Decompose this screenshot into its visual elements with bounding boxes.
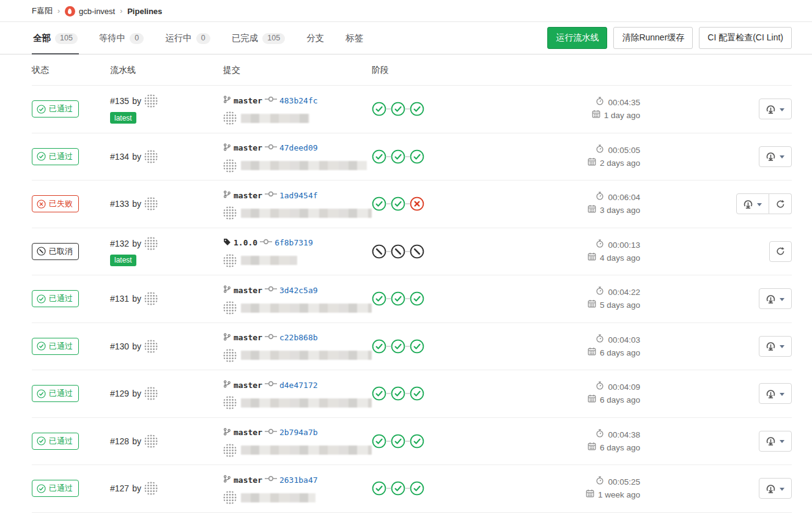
stage-passed-icon[interactable]	[372, 196, 386, 211]
breadcrumb-group-link[interactable]: F嘉阳	[32, 6, 53, 17]
stage-passed-icon[interactable]	[391, 102, 405, 116]
status-badge[interactable]: 已通过	[32, 480, 79, 497]
stage-passed-icon[interactable]	[372, 102, 386, 116]
stage-passed-icon[interactable]	[410, 434, 424, 449]
user-avatar[interactable]	[144, 387, 158, 400]
commit-sha-link[interactable]: d4e47172	[279, 381, 318, 390]
table-header-row: 状态 流水线 提交 阶段	[32, 54, 792, 86]
artifacts-download-button[interactable]	[759, 336, 792, 357]
artifacts-download-button[interactable]	[759, 478, 792, 499]
commit-sha-link[interactable]: 2b794a7b	[279, 428, 318, 437]
user-avatar[interactable]	[144, 434, 158, 448]
stage-canceled-icon[interactable]	[391, 244, 405, 259]
artifacts-download-button[interactable]	[736, 193, 769, 214]
stage-passed-icon[interactable]	[391, 386, 405, 401]
tag-icon	[223, 237, 231, 248]
artifacts-download-button[interactable]	[759, 288, 792, 309]
status-badge[interactable]: 已通过	[32, 148, 79, 165]
committer-avatar[interactable]	[223, 349, 237, 362]
user-avatar[interactable]	[144, 150, 158, 163]
stage-passed-icon[interactable]	[410, 291, 424, 306]
committer-avatar[interactable]	[223, 491, 237, 504]
stage-passed-icon[interactable]	[372, 339, 386, 354]
stage-failed-icon[interactable]	[410, 196, 424, 211]
artifacts-download-button[interactable]	[759, 383, 792, 404]
branch-ref-link[interactable]: master	[234, 96, 262, 105]
stage-passed-icon[interactable]	[372, 386, 386, 401]
pipeline-id: #133	[110, 199, 129, 209]
status-badge[interactable]: 已通过	[32, 433, 79, 450]
stage-passed-icon[interactable]	[391, 434, 405, 449]
committer-avatar[interactable]	[223, 444, 237, 457]
project-avatar-icon	[65, 6, 75, 17]
branch-ref-link[interactable]: master	[234, 191, 262, 200]
commit-sha-link[interactable]: 3d42c5a9	[279, 286, 318, 295]
tab-pending[interactable]: 等待中0	[98, 22, 145, 54]
commit-sha-link[interactable]: 2631ba47	[279, 475, 318, 485]
stage-passed-icon[interactable]	[410, 386, 424, 401]
stage-passed-icon[interactable]	[391, 339, 405, 354]
stage-passed-icon[interactable]	[410, 339, 424, 354]
user-avatar[interactable]	[144, 197, 158, 211]
branch-ref-link[interactable]: master	[234, 143, 262, 152]
stage-passed-icon[interactable]	[410, 481, 424, 496]
committer-avatar[interactable]	[223, 396, 237, 409]
stage-passed-icon[interactable]	[372, 481, 386, 496]
status-badge[interactable]: 已取消	[32, 243, 79, 260]
user-avatar[interactable]	[144, 94, 158, 108]
retry-pipeline-button[interactable]	[769, 241, 792, 262]
stage-passed-icon[interactable]	[391, 149, 405, 164]
retry-pipeline-button[interactable]	[769, 193, 792, 214]
committer-avatar[interactable]	[223, 111, 237, 125]
branch-ref-link[interactable]: master	[234, 428, 262, 437]
status-badge[interactable]: 已失败	[32, 195, 79, 212]
stage-passed-icon[interactable]	[410, 102, 424, 116]
commit-sha-link[interactable]: 483b24fc	[279, 96, 318, 105]
stage-canceled-icon[interactable]	[372, 244, 386, 259]
stage-passed-icon[interactable]	[372, 149, 386, 164]
stage-canceled-icon[interactable]	[410, 244, 424, 259]
user-avatar[interactable]	[144, 340, 158, 353]
committer-avatar[interactable]	[223, 301, 237, 315]
committer-avatar[interactable]	[223, 254, 237, 267]
user-avatar[interactable]	[144, 482, 158, 495]
committer-avatar[interactable]	[223, 206, 237, 220]
committer-avatar[interactable]	[223, 159, 237, 173]
artifacts-download-button[interactable]	[759, 431, 792, 452]
branch-ref-link[interactable]: master	[234, 475, 262, 485]
stage-passed-icon[interactable]	[372, 291, 386, 306]
stage-passed-icon[interactable]	[391, 196, 405, 211]
stage-passed-icon[interactable]	[410, 149, 424, 164]
status-badge[interactable]: 已通过	[32, 100, 79, 117]
ci-lint-button[interactable]: CI 配置检查(CI Lint)	[699, 27, 792, 49]
calendar-icon	[588, 157, 596, 170]
branch-ref-link[interactable]: master	[234, 381, 262, 390]
tab-running[interactable]: 运行中0	[164, 22, 211, 54]
stage-passed-icon[interactable]	[391, 481, 405, 496]
tab-branches[interactable]: 分支	[305, 22, 325, 54]
status-badge[interactable]: 已通过	[32, 290, 79, 307]
tab-all[interactable]: 全部105	[32, 22, 79, 54]
branch-ref-link[interactable]: master	[234, 286, 262, 295]
tab-tags[interactable]: 标签	[344, 22, 364, 54]
stage-passed-icon[interactable]	[372, 434, 386, 449]
clear-runner-cache-button[interactable]: 清除Runner缓存	[613, 27, 693, 49]
calendar-icon	[586, 488, 594, 501]
commit-sha-link[interactable]: 47deed09	[279, 143, 318, 152]
user-avatar[interactable]	[144, 237, 158, 250]
breadcrumb-project-link[interactable]: gcb-invest	[79, 7, 115, 16]
stage-passed-icon[interactable]	[391, 291, 405, 306]
artifacts-download-button[interactable]	[759, 146, 792, 167]
status-badge[interactable]: 已通过	[32, 338, 79, 355]
user-avatar[interactable]	[144, 292, 158, 305]
run-pipeline-button[interactable]: 运行流水线	[547, 27, 607, 49]
artifacts-download-button[interactable]	[759, 99, 792, 119]
tag-ref-link[interactable]: 1.0.0	[234, 238, 257, 247]
status-badge[interactable]: 已通过	[32, 385, 79, 402]
commit-sha-link[interactable]: 6f8b7319	[275, 238, 313, 247]
commit-sha-link[interactable]: 1ad9454f	[279, 191, 318, 200]
branch-ref-link[interactable]: master	[234, 333, 262, 342]
tab-finished[interactable]: 已完成105	[231, 22, 286, 54]
commit-sha-link[interactable]: c22b868b	[279, 333, 318, 342]
commit-icon	[265, 378, 277, 392]
